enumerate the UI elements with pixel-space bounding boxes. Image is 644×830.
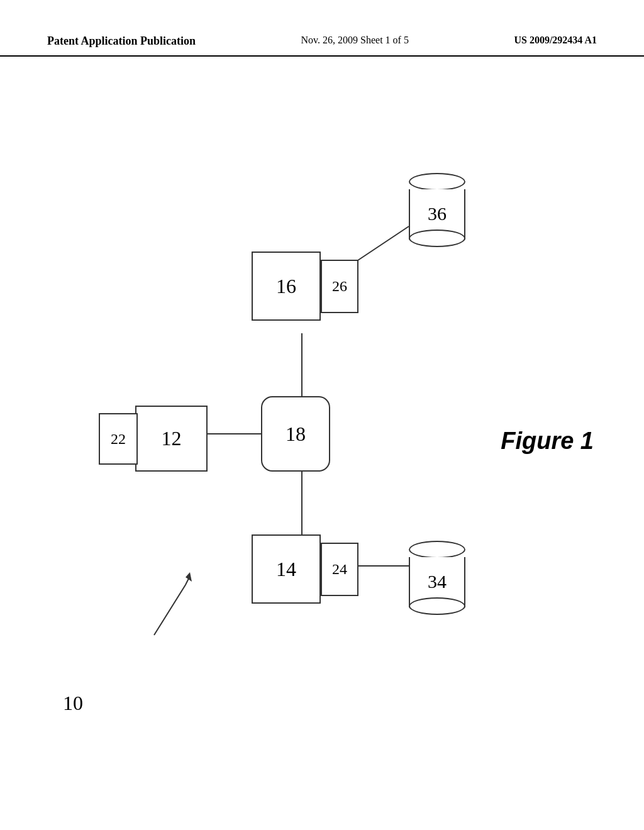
box-26-label: 26 [332,278,347,295]
publication-title: Patent Application Publication [47,35,196,48]
publication-date-sheet: Nov. 26, 2009 Sheet 1 of 5 [301,35,409,46]
cylinder-36-bottom [409,230,465,247]
svg-marker-7 [186,572,192,582]
publication-number: US 2009/292434 A1 [514,35,597,46]
box-14-label: 14 [276,558,296,581]
cylinder-34-bottom [409,597,465,615]
diagram-area: 16 26 36 18 12 22 14 24 34 Figure [0,57,644,811]
cylinder-36-body: 36 [409,189,465,240]
box-26: 26 [321,260,358,313]
box-16-label: 16 [276,275,296,298]
box-22: 22 [99,413,138,465]
cylinder-36-top [409,173,465,191]
cylinder-34: 34 [409,541,465,607]
cylinder-34-top [409,541,465,558]
box-12-label: 12 [162,427,182,450]
box-24: 24 [321,543,358,596]
box-24-label: 24 [332,561,347,578]
box-16: 16 [252,252,321,321]
page-header: Patent Application Publication Nov. 26, … [0,0,644,57]
svg-line-5 [352,226,409,264]
cylinder-36-label: 36 [428,203,447,224]
box-14: 14 [252,534,321,604]
box-18-label: 18 [286,423,306,446]
system-label: 10 [63,692,83,715]
figure-label: Figure 1 [501,428,594,455]
box-18: 18 [261,396,330,472]
box-22-label: 22 [111,431,126,448]
cylinder-34-body: 34 [409,557,465,607]
box-12: 12 [135,406,208,472]
cylinder-34-label: 34 [428,571,447,592]
cylinder-36: 36 [409,173,465,240]
